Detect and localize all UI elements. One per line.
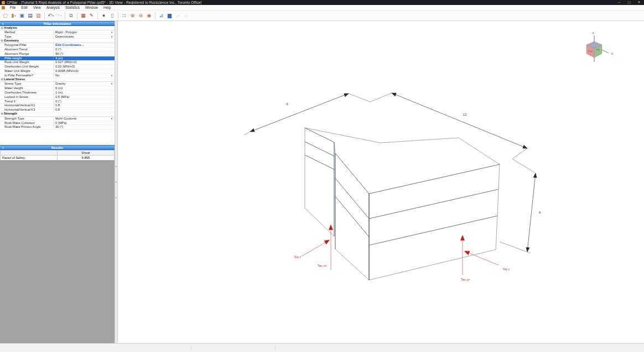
view-3d-button[interactable]: ●	[100, 11, 108, 20]
dimension-label-6: 6	[539, 210, 541, 214]
export-button[interactable]: ▥	[34, 11, 43, 20]
property-row-polygonal-pillar[interactable]: Polygonal PillarEdit Coordinates...	[0, 43, 115, 48]
close-button[interactable]: ✕	[634, 0, 644, 5]
undo-button[interactable]: ↶▾	[46, 11, 55, 20]
axis-h-label: H	[592, 32, 594, 35]
dropdown-caret-icon[interactable]: ▾	[61, 14, 62, 17]
3d-viewport[interactable]: 9 12 6 Sig x Tau xz Sig y Tau yz	[118, 21, 644, 343]
property-value: Deterministic	[53, 35, 115, 39]
toolbar-separator	[77, 12, 77, 19]
pillar-info-title: Pillar Information	[44, 22, 71, 25]
property-row-horizontal-vertical-k1[interactable]: Horizontal/Vertical K10.8	[0, 103, 115, 108]
redo-button[interactable]: ↷▾	[55, 11, 63, 20]
cube-side-label: Side	[596, 49, 600, 51]
menu-help[interactable]: Help	[101, 5, 113, 11]
pillar-front-left-slab	[335, 153, 369, 219]
property-label: Rock Unit Weight	[0, 60, 53, 64]
print-button[interactable]: ▤	[26, 11, 34, 20]
property-row-pillar-height[interactable]: Pillar Height4 (m)	[0, 56, 115, 61]
menu-file[interactable]: File	[7, 5, 18, 11]
property-row-water-unit-weight[interactable]: Water Unit Weight0.0098 (MN/m3)	[0, 69, 115, 74]
dropdown-caret-icon[interactable]: ▼	[111, 82, 113, 86]
property-value: 1 (m)	[53, 91, 115, 95]
property-row-water-height[interactable]: Water Height6 (m)	[0, 86, 115, 91]
group-lateral-stress[interactable]: ⊟Lateral Stress	[0, 78, 115, 82]
property-row-rock-mass-friction-angle[interactable]: Rock Mass Friction Angle30 (°)	[0, 125, 115, 130]
dropdown-caret-icon[interactable]: ▼	[111, 74, 113, 78]
group-strength[interactable]: ⊟Strength	[0, 112, 115, 117]
zoom-out-button[interactable]: ⊖	[137, 11, 145, 20]
chart-button[interactable]: ▱	[182, 11, 190, 20]
property-value: 0.8	[53, 108, 115, 112]
new-pillar-button[interactable]: ▮▾	[9, 11, 18, 20]
new-pillar-icon: ▮	[11, 11, 14, 20]
group-analysis[interactable]: ⊟Analysis	[0, 26, 115, 30]
property-row-rock-mass-cohesion[interactable]: Rock Mass Cohesion0 (MPa)	[0, 121, 115, 126]
axis-w-label: W	[611, 52, 614, 55]
property-row-type[interactable]: TypeDeterministic▼	[0, 35, 115, 39]
pillar-info-header[interactable]: ▾ Pillar Information	[0, 21, 115, 26]
scatter-plot-button[interactable]: ⊿	[157, 11, 165, 20]
line-plot-button[interactable]: ⊿	[174, 11, 182, 20]
collapse-box-icon[interactable]: ⊟	[0, 77, 4, 82]
group-label: Analysis	[4, 26, 17, 30]
results-table: Shear Factor of Safety 5.865	[0, 150, 115, 161]
property-row-overburden-unit-weight[interactable]: Overburden Unit Weight0.02 (MN/m3)	[0, 65, 115, 69]
save-button[interactable]: ▣	[18, 11, 26, 20]
menu-analysis[interactable]: Analysis	[44, 5, 63, 11]
minimize-button[interactable]: ─	[614, 0, 624, 5]
histogram-button[interactable]: ▆	[165, 11, 174, 20]
menu-edit[interactable]: Edit	[18, 5, 30, 11]
results-header[interactable]: ▾ Results	[0, 145, 115, 150]
redo-icon: ↷	[56, 11, 60, 20]
sig-y-arrow	[465, 251, 498, 265]
dropdown-caret-icon[interactable]: ▼	[111, 35, 113, 39]
property-label: Pillar Height	[0, 56, 53, 60]
dropdown-caret-icon[interactable]: ▾	[14, 14, 15, 17]
toolbar-separator	[65, 12, 65, 19]
menu-view[interactable]: View	[30, 5, 44, 11]
pillar-front-right-rock	[369, 216, 497, 280]
material-grid-button[interactable]: ▦	[79, 11, 87, 20]
property-value: Rigid - Polygon	[53, 30, 115, 34]
group-geometry[interactable]: ⊟Geometry	[0, 39, 115, 43]
collapse-box-icon[interactable]: ⊟	[0, 112, 4, 116]
dropdown-caret-icon[interactable]: ▾	[53, 14, 54, 17]
property-row-rock-unit-weight[interactable]: Rock Unit Weight0.027 (MN/m3)	[0, 60, 115, 65]
menu-window[interactable]: Window	[82, 5, 101, 11]
zoom-in-button[interactable]: ⊕	[128, 11, 137, 20]
dropdown-caret-icon[interactable]: ▼	[111, 117, 113, 121]
pillar-view-button[interactable]: ▯	[108, 11, 116, 20]
property-value: 30 (°)	[53, 125, 115, 129]
property-row-stress-type[interactable]: Stress TypeGravity▼	[0, 82, 115, 86]
menu-statistics[interactable]: Statistics	[63, 5, 82, 11]
collapse-caret-icon[interactable]: ▾	[2, 22, 4, 27]
edit-annotate-button[interactable]: ✎	[87, 11, 96, 20]
property-row-is-pillar-permeable[interactable]: Is Pillar Permeable?No▼	[0, 74, 115, 78]
zoom-extents-button[interactable]: ∷	[120, 11, 128, 20]
pillar-left-strip-green-layer	[305, 142, 334, 169]
property-row-locked-in-stress[interactable]: Locked In Stress0.5 (MPa)	[0, 95, 115, 100]
zoom-window-button[interactable]: ◉	[145, 11, 153, 20]
property-value: 0.8	[53, 103, 115, 107]
copy-button[interactable]: ⧉	[67, 11, 75, 20]
property-row-abutment-plunge[interactable]: Abutment Plunge90 (°)	[0, 52, 115, 56]
maximize-button[interactable]: ▢	[624, 0, 634, 5]
collapse-caret-icon[interactable]: ▾	[2, 146, 4, 151]
new-file-button[interactable]: ▢	[1, 11, 9, 20]
property-row-abutment-trend[interactable]: Abutment Trend0 (°)	[0, 48, 115, 52]
dropdown-caret-icon[interactable]: ▼	[111, 30, 113, 35]
edit-coordinates-link[interactable]: Edit Coordinates...	[53, 43, 115, 47]
collapse-box-icon[interactable]: ⊟	[0, 39, 4, 43]
menu-bar: FileEditViewAnalysisStatisticsWindowHelp	[0, 5, 644, 11]
property-row-trend-3[interactable]: Trend 30 (°)	[0, 100, 115, 104]
orientation-cube[interactable]: Front Side H W	[586, 32, 614, 62]
property-row-horizontal-vertical-k3[interactable]: Horizontal/Vertical K30.8	[0, 108, 115, 112]
sidebar: ▾ Pillar Information ⊟AnalysisMethodRigi…	[0, 21, 115, 343]
material-grid-icon: ▦	[81, 11, 86, 20]
group-label: Strength	[4, 112, 17, 116]
property-value: No	[53, 74, 115, 77]
property-row-method[interactable]: MethodRigid - Polygon▼	[0, 30, 115, 35]
property-row-strength-type[interactable]: Strength TypeMohr-Coulomb▼	[0, 117, 115, 121]
property-row-overburden-thickness[interactable]: Overburden Thickness1 (m)	[0, 91, 115, 95]
